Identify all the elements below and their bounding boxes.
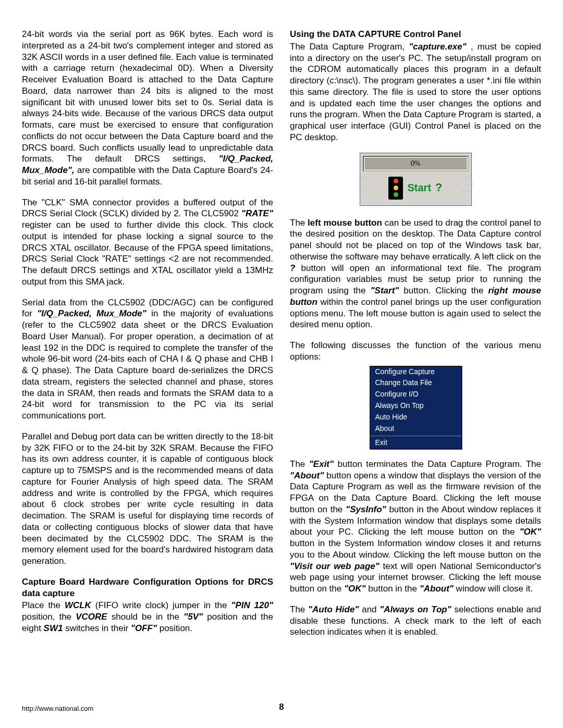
page: 24-bit words via the serial port as 96K … — [0, 0, 563, 728]
progress-container: 0% — [363, 156, 469, 171]
emphasis: "Auto Hide" — [308, 604, 359, 614]
footer: http://www.national.com 8 http://www.nat… — [22, 702, 541, 712]
menu-item-always-on-top[interactable]: Always On Top — [370, 400, 461, 412]
body-text: (FIFO write clock) jumper in the — [95, 600, 231, 610]
body-text: The — [290, 459, 309, 469]
emphasis: "5V" — [183, 612, 203, 622]
footer-url: http://www.national.com — [22, 705, 93, 712]
body-text: Place the — [22, 600, 65, 610]
body-text: should be in the — [112, 612, 183, 622]
yellow-lamp-icon — [394, 186, 398, 190]
columns: 24-bit words via the serial port as 96K … — [22, 29, 541, 686]
emphasis: "Start" — [371, 286, 399, 295]
body-text: button in the System Information window … — [290, 538, 541, 560]
body-text: The Data Capture Program, — [290, 42, 409, 52]
emphasis: VCORE — [76, 612, 107, 622]
paragraph: The "Auto Hide" and "Always on Top" sele… — [290, 604, 541, 638]
emphasis: "OK" — [344, 584, 366, 594]
body-text: in the majority of evaluations (refer to… — [22, 309, 273, 421]
progress-bar: 0% — [365, 158, 467, 169]
start-button[interactable]: Start — [407, 181, 431, 195]
section-heading: Using the DATA CAPTURE Control Panel — [290, 29, 541, 40]
body-text: The — [290, 604, 308, 614]
body-text: The "CLK" SMA connector provides a buffe… — [22, 198, 273, 219]
paragraph: Serial data from the CLC5902 (DDC/AGC) c… — [22, 297, 273, 422]
body-text: button terminates the Data Capture Progr… — [338, 459, 541, 469]
paragraph: Parallel and Debug port data can be writ… — [22, 431, 273, 567]
green-lamp-icon — [394, 192, 398, 197]
emphasis: "Always on Top" — [380, 604, 451, 614]
section-heading: Capture Board Hardware Configuration Opt… — [22, 576, 273, 599]
panel-inner: 0% Start ? — [362, 155, 470, 204]
body-text: register can be used to further divide t… — [22, 220, 273, 287]
emphasis: "OFF" — [131, 623, 157, 633]
emphasis: "I/Q_Packed, Mux_Mode" — [37, 309, 146, 318]
paragraph: The following discusses the function of … — [290, 340, 541, 363]
right-column: Using the DATA CAPTURE Control Panel The… — [290, 29, 541, 686]
red-lamp-icon — [394, 179, 398, 183]
emphasis: "About" — [420, 584, 454, 594]
body-text: within the control panel brings up the u… — [290, 297, 541, 330]
body-text: position, the — [22, 612, 76, 622]
emphasis: "RATE" — [241, 208, 273, 218]
emphasis: "capture.exe" — [409, 42, 467, 52]
paragraph: Place the WCLK (FIFO write clock) jumper… — [22, 600, 273, 634]
body-text: The — [290, 218, 308, 228]
body-text: switches in their — [65, 623, 131, 633]
left-column: 24-bit words via the serial port as 96K … — [22, 29, 273, 686]
emphasis: WCLK — [65, 600, 91, 610]
body-text: button. Clicking the — [403, 286, 488, 295]
body-text: position. — [160, 623, 192, 633]
body-text: 24-bit words via the serial port as 96K … — [22, 29, 273, 164]
menu-item-configure-io[interactable]: Configure I/O — [370, 389, 461, 400]
panel-body: Start ? — [363, 175, 469, 203]
body-text: button in the — [368, 584, 419, 594]
emphasis: SW1 — [44, 623, 63, 633]
paragraph: The Data Capture Program, "capture.exe" … — [290, 41, 541, 143]
emphasis: "PIN 120" — [231, 600, 273, 610]
emphasis: "About" — [290, 471, 324, 480]
body-text: and — [362, 604, 380, 614]
emphasis: "OK" — [519, 527, 541, 537]
context-menu: Configure Capture Change Data File Confi… — [370, 366, 462, 449]
menu-separator — [370, 436, 461, 436]
emphasis: "Visit our web page" — [290, 561, 380, 571]
body-text: , must be copied into a directory on the… — [290, 42, 541, 142]
body-text: window will close it. — [456, 584, 533, 594]
control-panel: 0% Start ? — [360, 153, 472, 206]
menu-item-auto-hide[interactable]: Auto Hide — [370, 412, 461, 423]
emphasis: ? — [290, 263, 295, 273]
help-button[interactable]: ? — [435, 180, 442, 195]
paragraph: 24-bit words via the serial port as 96K … — [22, 29, 273, 188]
paragraph: The left mouse button can be used to dra… — [290, 217, 541, 331]
menu-item-change-data-file[interactable]: Change Data File — [370, 377, 461, 389]
page-number: 8 — [279, 702, 284, 712]
paragraph: The "Exit" button terminates the Data Ca… — [290, 459, 541, 595]
menu-item-about[interactable]: About — [370, 423, 461, 435]
emphasis: left mouse button — [308, 218, 382, 228]
menu-item-configure-capture[interactable]: Configure Capture — [370, 366, 461, 378]
emphasis: "Exit" — [309, 459, 334, 469]
paragraph: The "CLK" SMA connector provides a buffe… — [22, 197, 273, 288]
menu-item-exit[interactable]: Exit — [370, 437, 461, 449]
emphasis: "SysInfo" — [346, 504, 386, 514]
traffic-light-icon — [388, 177, 403, 200]
